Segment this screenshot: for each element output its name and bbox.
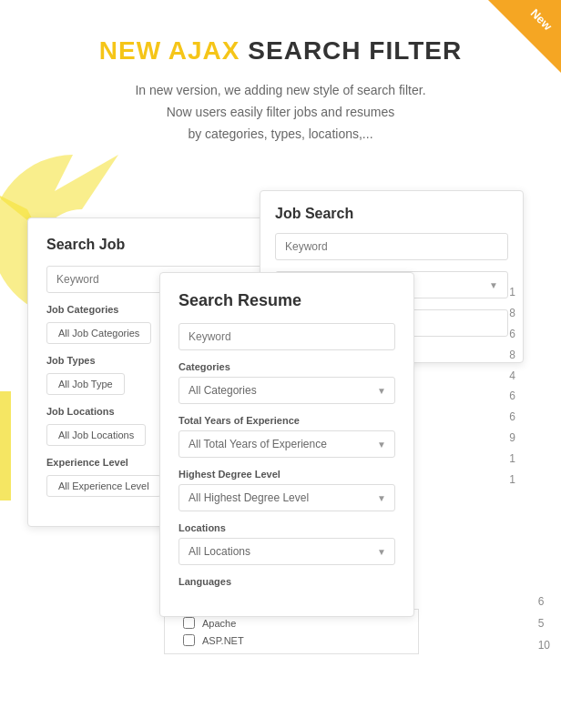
resume-locations-select-wrapper: All Locations bbox=[178, 538, 395, 565]
resume-experience-group: Total Years of Experience All Total Year… bbox=[178, 415, 395, 458]
resume-degree-select-wrapper: All Highest Degree Level bbox=[178, 484, 395, 511]
resume-degree-select[interactable]: All Highest Degree Level bbox=[178, 484, 395, 511]
number-item: 6 bbox=[509, 407, 515, 428]
resume-locations-label: Locations bbox=[178, 522, 395, 533]
resume-degree-group: Highest Degree Level All Highest Degree … bbox=[178, 469, 395, 511]
aspnet-label: ASP.NET bbox=[202, 635, 244, 646]
all-locations-btn[interactable]: All Job Locations bbox=[46, 424, 146, 446]
resume-categories-label: Categories bbox=[178, 361, 395, 372]
resume-experience-select-wrapper: All Total Years of Experience bbox=[178, 430, 395, 458]
numbers-list: 1 8 6 8 4 6 6 9 1 1 bbox=[509, 282, 515, 490]
aspnet-checkbox[interactable] bbox=[183, 634, 195, 646]
cards-area: Search Job Job Categories All Job Catego… bbox=[0, 172, 561, 682]
resume-languages-group: Languages bbox=[178, 576, 395, 587]
all-experience-btn[interactable]: All Experience Level bbox=[46, 475, 161, 497]
bottom-num-2: 5 bbox=[538, 612, 550, 634]
card-search-resume: Search Resume Categories All Categories … bbox=[159, 272, 414, 617]
number-item: 8 bbox=[509, 303, 515, 324]
partial-item-aspnet: ASP.NET bbox=[183, 634, 400, 646]
title-new-ajax: NEW AJAX bbox=[99, 36, 249, 65]
all-types-btn[interactable]: All Job Type bbox=[46, 373, 125, 395]
apache-label: Apache bbox=[202, 618, 236, 629]
resume-locations-group: Locations All Locations bbox=[178, 522, 395, 565]
job-search-title: Job Search bbox=[275, 206, 508, 222]
resume-experience-select[interactable]: All Total Years of Experience bbox=[178, 430, 395, 458]
number-item: 4 bbox=[509, 366, 515, 387]
number-item: 1 bbox=[509, 470, 515, 490]
resume-categories-select-wrapper: All Categories bbox=[178, 377, 395, 404]
resume-keyword-group bbox=[178, 323, 395, 350]
search-resume-title: Search Resume bbox=[178, 291, 395, 310]
number-item: 6 bbox=[509, 324, 515, 345]
number-item: 9 bbox=[509, 428, 515, 449]
title-rest: SEARCH FILTER bbox=[248, 36, 462, 65]
all-categories-btn[interactable]: All Job Categories bbox=[46, 322, 151, 344]
job-search-keyword-group bbox=[275, 233, 508, 260]
apache-checkbox[interactable] bbox=[183, 617, 195, 629]
bottom-num-1: 6 bbox=[538, 591, 550, 612]
bottom-numbers: 6 5 10 bbox=[538, 591, 550, 656]
number-item: 6 bbox=[509, 386, 515, 407]
job-search-keyword-input[interactable] bbox=[275, 233, 508, 260]
resume-languages-label: Languages bbox=[178, 576, 395, 587]
resume-experience-label: Total Years of Experience bbox=[178, 415, 395, 426]
number-item: 8 bbox=[509, 345, 515, 366]
bottom-num-3: 10 bbox=[538, 634, 550, 656]
resume-categories-select[interactable]: All Categories bbox=[178, 377, 395, 404]
resume-keyword-input[interactable] bbox=[178, 323, 395, 350]
partial-item-apache: Apache bbox=[183, 617, 400, 629]
page-title: NEW AJAX SEARCH FILTER bbox=[55, 36, 506, 66]
number-item: 1 bbox=[509, 282, 515, 303]
resume-categories-group: Categories All Categories bbox=[178, 361, 395, 404]
search-job-title: Search Job bbox=[46, 237, 263, 253]
number-item: 1 bbox=[509, 449, 515, 470]
resume-degree-label: Highest Degree Level bbox=[178, 469, 395, 480]
dropdown-arrow-icon: ▼ bbox=[489, 280, 498, 290]
resume-locations-select[interactable]: All Locations bbox=[178, 538, 395, 565]
header-description: In new version, we adding new style of s… bbox=[55, 80, 506, 145]
